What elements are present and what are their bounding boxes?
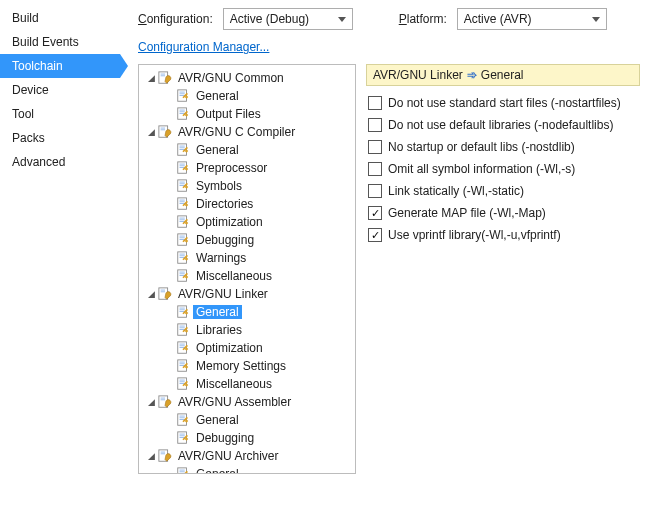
tree-node[interactable]: ◢Symbols	[141, 177, 353, 195]
option-row: Do not use default libraries (-nodefault…	[366, 114, 640, 136]
checkbox[interactable]	[368, 118, 382, 132]
sheet-pencil-icon	[175, 250, 191, 266]
tree-node-label[interactable]: General	[193, 467, 242, 474]
checkbox[interactable]	[368, 206, 382, 220]
tree-node-label[interactable]: Preprocessor	[193, 161, 270, 175]
tree-node-label[interactable]: AVR/GNU Common	[175, 71, 287, 85]
sidebar-item-advanced[interactable]: Advanced	[0, 150, 120, 174]
expand-toggle-icon[interactable]: ◢	[145, 127, 157, 137]
option-row: Use vprintf library(-Wl,-u,vfprintf)	[366, 224, 640, 246]
sheet-pencil-icon	[175, 160, 191, 176]
tree-node-label[interactable]: Memory Settings	[193, 359, 289, 373]
sheet-pencil-icon	[175, 304, 191, 320]
tree-node[interactable]: ◢Optimization	[141, 339, 353, 357]
checkbox[interactable]	[368, 96, 382, 110]
option-label[interactable]: Omit all symbol information (-Wl,-s)	[388, 162, 575, 176]
tree-node[interactable]: ◢General	[141, 465, 353, 474]
tree-node-label[interactable]: Optimization	[193, 215, 266, 229]
option-row: Link statically (-Wl,-static)	[366, 180, 640, 202]
tree-node-label[interactable]: Debugging	[193, 233, 257, 247]
wrench-icon	[157, 286, 173, 302]
tree-node[interactable]: ◢Miscellaneous	[141, 375, 353, 393]
tree-node-label[interactable]: Libraries	[193, 323, 245, 337]
expand-toggle-icon[interactable]: ◢	[145, 289, 157, 299]
checkbox[interactable]	[368, 162, 382, 176]
tree-node-label[interactable]: Debugging	[193, 431, 257, 445]
sheet-pencil-icon	[175, 358, 191, 374]
platform-value: Active (AVR)	[464, 12, 532, 26]
expand-toggle-icon[interactable]: ◢	[145, 73, 157, 83]
tree-node-label[interactable]: AVR/GNU C Compiler	[175, 125, 298, 139]
configuration-manager-link[interactable]: Configuration Manager...	[138, 40, 269, 54]
sidebar-item-packs[interactable]: Packs	[0, 126, 120, 150]
sheet-pencil-icon	[175, 142, 191, 158]
tree-node-label[interactable]: General	[193, 89, 242, 103]
tree-node[interactable]: ◢Directories	[141, 195, 353, 213]
tree-node-label[interactable]: Optimization	[193, 341, 266, 355]
tree-node[interactable]: ◢Output Files	[141, 105, 353, 123]
tree-node[interactable]: ◢Optimization	[141, 213, 353, 231]
checkbox[interactable]	[368, 140, 382, 154]
breadcrumb-group: AVR/GNU Linker	[373, 68, 463, 82]
tree-node[interactable]: ◢General	[141, 303, 353, 321]
sheet-pencil-icon	[175, 196, 191, 212]
option-label[interactable]: Link statically (-Wl,-static)	[388, 184, 524, 198]
tree-node-label[interactable]: General	[193, 143, 242, 157]
tree-node-label[interactable]: Symbols	[193, 179, 245, 193]
tree-node[interactable]: ◢General	[141, 411, 353, 429]
sidebar-item-device[interactable]: Device	[0, 78, 120, 102]
toolchain-tree[interactable]: ◢AVR/GNU Common◢General◢Output Files◢AVR…	[138, 64, 356, 474]
tree-node-label[interactable]: Miscellaneous	[193, 269, 275, 283]
sidebar-item-build-events[interactable]: Build Events	[0, 30, 120, 54]
options-panel: AVR/GNU Linker ➾ General Do not use stan…	[366, 64, 640, 474]
tree-node-label[interactable]: Miscellaneous	[193, 377, 275, 391]
options-breadcrumb: AVR/GNU Linker ➾ General	[366, 64, 640, 86]
configuration-label: Configuration:	[138, 12, 213, 26]
sidebar-item-tool[interactable]: Tool	[0, 102, 120, 126]
arrow-icon: ➾	[467, 68, 477, 82]
configuration-dropdown[interactable]: Active (Debug)	[223, 8, 353, 30]
sidebar-item-toolchain[interactable]: Toolchain	[0, 54, 120, 78]
expand-toggle-icon[interactable]: ◢	[145, 397, 157, 407]
tree-node[interactable]: ◢Warnings	[141, 249, 353, 267]
tree-node-label[interactable]: AVR/GNU Assembler	[175, 395, 294, 409]
tree-node[interactable]: ◢Preprocessor	[141, 159, 353, 177]
platform-label: Platform:	[399, 12, 447, 26]
tree-node-label[interactable]: Warnings	[193, 251, 249, 265]
tree-node[interactable]: ◢AVR/GNU Common	[141, 69, 353, 87]
sheet-pencil-icon	[175, 376, 191, 392]
tree-node-label[interactable]: AVR/GNU Linker	[175, 287, 271, 301]
tree-node[interactable]: ◢General	[141, 141, 353, 159]
configuration-value: Active (Debug)	[230, 12, 309, 26]
tree-node-label[interactable]: General	[193, 413, 242, 427]
tree-node[interactable]: ◢AVR/GNU Assembler	[141, 393, 353, 411]
tree-node[interactable]: ◢AVR/GNU Linker	[141, 285, 353, 303]
tree-node[interactable]: ◢Debugging	[141, 231, 353, 249]
sidebar-item-build[interactable]: Build	[0, 6, 120, 30]
tree-node[interactable]: ◢Libraries	[141, 321, 353, 339]
tree-node[interactable]: ◢AVR/GNU Archiver	[141, 447, 353, 465]
main-panel: Configuration: Active (Debug) Platform: …	[120, 0, 650, 505]
option-label[interactable]: No startup or default libs (-nostdlib)	[388, 140, 575, 154]
option-label[interactable]: Use vprintf library(-Wl,-u,vfprintf)	[388, 228, 561, 242]
tree-node-label[interactable]: Directories	[193, 197, 256, 211]
sidebar: BuildBuild EventsToolchainDeviceToolPack…	[0, 0, 120, 505]
option-label[interactable]: Generate MAP file (-Wl,-Map)	[388, 206, 546, 220]
tree-node-label[interactable]: Output Files	[193, 107, 264, 121]
tree-node[interactable]: ◢Miscellaneous	[141, 267, 353, 285]
tree-node[interactable]: ◢Debugging	[141, 429, 353, 447]
tree-node[interactable]: ◢AVR/GNU C Compiler	[141, 123, 353, 141]
config-row: Configuration: Active (Debug) Platform: …	[138, 8, 640, 30]
platform-dropdown[interactable]: Active (AVR)	[457, 8, 607, 30]
sheet-pencil-icon	[175, 412, 191, 428]
tree-node[interactable]: ◢General	[141, 87, 353, 105]
tree-node[interactable]: ◢Memory Settings	[141, 357, 353, 375]
tree-node-label[interactable]: AVR/GNU Archiver	[175, 449, 281, 463]
checkbox[interactable]	[368, 228, 382, 242]
sheet-pencil-icon	[175, 106, 191, 122]
checkbox[interactable]	[368, 184, 382, 198]
expand-toggle-icon[interactable]: ◢	[145, 451, 157, 461]
option-label[interactable]: Do not use standard start files (-nostar…	[388, 96, 621, 110]
option-label[interactable]: Do not use default libraries (-nodefault…	[388, 118, 613, 132]
tree-node-label[interactable]: General	[193, 305, 242, 319]
